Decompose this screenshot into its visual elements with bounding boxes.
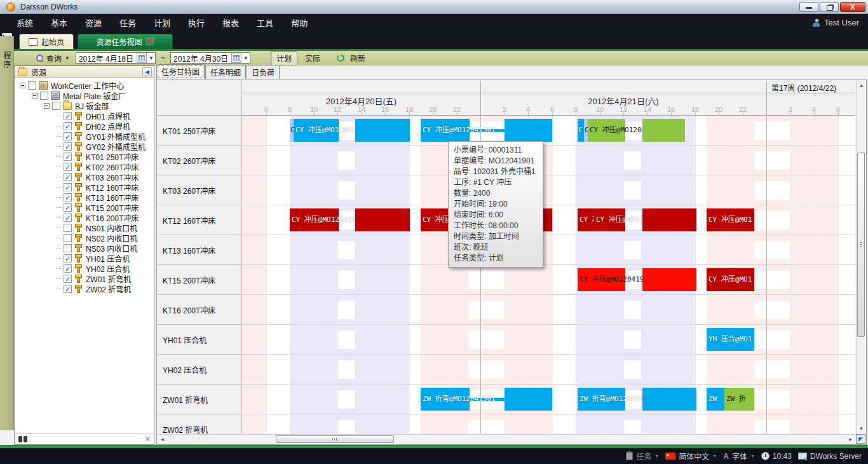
task-bar[interactable]: CY 冲压@MO12041903 [578, 268, 625, 291]
calendar-icon[interactable] [137, 53, 147, 63]
expander-icon[interactable] [32, 93, 37, 99]
menu-item-系统[interactable]: 系统 [8, 14, 42, 31]
tree-checkbox[interactable]: ✓ [64, 193, 72, 201]
menu-item-报表[interactable]: 报表 [214, 14, 248, 31]
tree-checkbox[interactable] [28, 81, 36, 90]
find-icon[interactable] [18, 436, 27, 442]
tree-group-item[interactable]: WorkCenter 工作中心 [15, 80, 154, 90]
tree-leaf-item[interactable]: ✓GY01 外桶成型机 [15, 131, 154, 141]
tree-checkbox[interactable] [40, 92, 48, 100]
tree-checkbox[interactable]: ✓ [64, 142, 72, 151]
task-bar[interactable]: YH 压合@MO1 [707, 328, 754, 351]
tree-leaf-item[interactable]: NS03 内收口机 [15, 243, 154, 253]
task-bar[interactable] [642, 388, 696, 411]
vertical-scrollbar[interactable]: ▲ ▼ [856, 81, 865, 433]
menu-item-工具[interactable]: 工具 [248, 14, 282, 31]
tree-leaf-item[interactable]: ✓YH02 压合机 [15, 263, 154, 273]
tree-group-item[interactable]: Metal Plate 钣金厂 [15, 90, 154, 100]
task-bar[interactable]: ZW [707, 388, 724, 411]
tree-leaf-item[interactable]: ✓KT16 200T冲床 [15, 212, 154, 222]
task-bar[interactable]: CY 冲压@MO12041901 [294, 119, 339, 142]
navigate-corner-button[interactable]: ◤ [856, 434, 865, 444]
tree-checkbox[interactable]: ✓ [64, 153, 72, 161]
tree-leaf-item[interactable]: ✓KT02 260T冲床 [15, 161, 154, 172]
gantt-tab-任务明细[interactable]: 任务明细 [205, 65, 246, 79]
tree-leaf-item[interactable]: ✓KT01 250T冲床 [15, 151, 154, 161]
menu-item-任务[interactable]: 任务 [111, 14, 145, 31]
tree-checkbox[interactable]: ✓ [64, 214, 72, 222]
date-to-caret-icon[interactable]: ▼ [242, 55, 250, 61]
tree-checkbox[interactable]: ✓ [64, 132, 72, 140]
status-time[interactable]: 10:43 [761, 452, 792, 461]
date-to-field[interactable]: 2012年 4月30日 ▼ [170, 52, 250, 64]
task-bar[interactable]: ZW 折弯@MO12041901 [421, 388, 470, 411]
scroll-right-icon[interactable]: ► [846, 435, 855, 444]
tree-leaf-item[interactable]: ✓KT13 160T冲床 [15, 192, 154, 202]
vertical-scroll-thumb[interactable] [857, 153, 865, 337]
tree-checkbox[interactable] [52, 102, 60, 110]
task-bar[interactable]: CY 冲压@MO12041901 [421, 119, 470, 142]
gantt-tab-日负荷[interactable]: 日负荷 [247, 65, 280, 79]
menu-item-帮助[interactable]: 帮助 [282, 14, 316, 31]
tree-leaf-item[interactable]: ✓KT03 260T冲床 [15, 172, 154, 182]
scroll-up-icon[interactable]: ▲ [857, 81, 866, 90]
tree-leaf-item[interactable]: ✓YH01 压合机 [15, 253, 154, 263]
task-bar[interactable]: CY 冲压@MO1 [707, 208, 754, 231]
doc-tab-起始页[interactable]: 起始页 [19, 34, 74, 49]
tree-checkbox[interactable]: ✓ [64, 122, 72, 130]
menu-item-资源[interactable]: 资源 [76, 14, 111, 31]
task-bar[interactable] [505, 119, 552, 142]
scroll-down-icon[interactable]: ▼ [857, 424, 866, 433]
tree-checkbox[interactable]: ✓ [64, 203, 72, 212]
task-bar[interactable]: CY 冲压@MO1 [707, 268, 754, 291]
menu-item-计划[interactable]: 计划 [145, 14, 179, 31]
menu-item-基本[interactable]: 基本 [42, 14, 76, 31]
date-from-field[interactable]: 2012年 4月18日 ▼ [76, 52, 156, 64]
scroll-left-icon[interactable]: ◄ [158, 435, 167, 444]
task-bar[interactable] [642, 119, 685, 142]
tree-leaf-item[interactable]: ✓ZW02 折弯机 [15, 283, 154, 294]
expander-icon[interactable] [20, 83, 25, 88]
tree-leaf-item[interactable]: NS01 内收口机 [15, 222, 154, 233]
refresh-button[interactable]: 刷新 [347, 51, 369, 65]
task-bar[interactable] [355, 119, 410, 142]
close-panel-icon[interactable]: × [145, 434, 150, 444]
tree-checkbox[interactable]: ✓ [64, 173, 72, 181]
tree-leaf-item[interactable]: NS02 内收口机 [15, 233, 154, 243]
gantt-tab-任务甘特图[interactable]: 任务甘特图 [156, 64, 205, 79]
date-from-caret-icon[interactable]: ▼ [147, 55, 155, 61]
query-button[interactable]: 查询 ▼ [33, 51, 73, 65]
doc-tab-资源任务视图[interactable]: 资源任务视图✖ [78, 34, 173, 49]
tree-leaf-item[interactable]: ✓GY02 外桶成型机 [15, 141, 154, 151]
task-bar[interactable]: ZW 折弯@MO12041901 [578, 388, 625, 411]
collapse-panel-button[interactable]: ◀ [142, 67, 152, 76]
tree-checkbox[interactable]: ✓ [64, 183, 72, 191]
status-tasks[interactable]: 任务▼ [626, 451, 659, 461]
task-bar[interactable]: CY 冲压@MO12041904 [290, 208, 339, 231]
task-bar[interactable] [505, 388, 552, 411]
tree-checkbox[interactable]: ✓ [64, 254, 72, 263]
task-bar[interactable]: CY 冲压@MO12041902 [588, 119, 625, 142]
tree-checkbox[interactable] [64, 224, 72, 232]
status-font[interactable]: A字体▼ [723, 451, 755, 461]
tree-group-item[interactable]: BJ 钣金部 [15, 100, 154, 111]
task-bar[interactable] [642, 268, 696, 291]
tree-checkbox[interactable]: ✓ [64, 163, 72, 171]
side-dock-strip[interactable]: 程序 [0, 36, 14, 430]
horizontal-scrollbar[interactable]: ◄ ► [158, 434, 855, 444]
menu-item-执行[interactable]: 执行 [179, 14, 214, 31]
close-tab-icon[interactable]: ✖ [146, 38, 154, 46]
user-indicator[interactable]: Test User [812, 18, 859, 27]
status-language[interactable]: 简体中文▼ [665, 451, 717, 461]
tree-leaf-item[interactable]: ✓DH02 点焊机 [15, 121, 154, 131]
task-bar[interactable]: ZW 折 [724, 388, 754, 411]
tree-checkbox[interactable]: ✓ [64, 112, 72, 120]
task-bar[interactable] [642, 208, 696, 231]
calendar-icon[interactable] [231, 53, 241, 63]
status-server[interactable]: DWorks Server [798, 452, 862, 461]
task-bar[interactable]: C [578, 119, 584, 142]
close-button[interactable]: X [840, 2, 865, 12]
tree-leaf-item[interactable]: ✓KT15 200T冲床 [15, 202, 154, 212]
horizontal-scroll-thumb[interactable] [276, 435, 394, 443]
task-bar[interactable] [355, 208, 410, 231]
